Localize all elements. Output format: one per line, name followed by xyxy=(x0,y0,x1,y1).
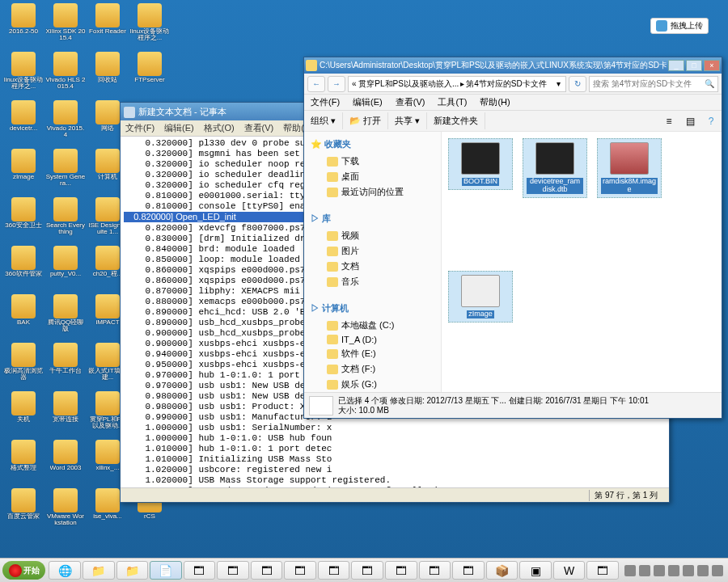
taskbar-app-browser[interactable]: 🌐 xyxy=(49,561,81,580)
tray-icon[interactable] xyxy=(683,565,694,576)
share-button[interactable]: 共享 ▾ xyxy=(388,112,427,129)
tray-icon[interactable] xyxy=(639,565,650,576)
desktop-icon[interactable]: Foxit Reader xyxy=(87,3,128,50)
sidebar-group[interactable]: ▷ 计算机 xyxy=(304,299,441,318)
desktop-icon[interactable]: devicetr... xyxy=(3,100,44,147)
sidebar-item[interactable]: IT_A (D:) xyxy=(304,333,441,346)
desktop-icon[interactable]: Vivado 2015.4 xyxy=(45,100,86,147)
file-item[interactable]: devicetree_ramdisk.dtb xyxy=(523,138,587,198)
taskbar-app-cmd[interactable]: ▣ xyxy=(519,561,552,580)
file-item[interactable]: zImage xyxy=(448,271,513,323)
desktop-icon[interactable]: 回收站 xyxy=(87,52,128,99)
forward-button[interactable]: → xyxy=(328,76,345,92)
desktop-icon[interactable]: zImage xyxy=(3,149,44,196)
desktop-icon[interactable]: 360安全卫士 xyxy=(3,197,44,244)
taskbar-app-generic[interactable]: 🗔 xyxy=(452,561,485,580)
desktop-icon[interactable]: linux设备驱动程序之... xyxy=(3,52,44,99)
breadcrumb[interactable]: « 贯穿PL和PS以及驱动嵌入... ▸ 第4节对应的SD卡文件 ▾ xyxy=(348,76,566,92)
taskbar-app-generic[interactable]: 🗔 xyxy=(586,561,619,580)
desktop-icon[interactable]: 360软件管家 xyxy=(3,246,44,293)
sidebar-group[interactable]: ▷ 库 xyxy=(304,209,441,228)
tray-icon[interactable] xyxy=(697,565,709,576)
sidebar-item[interactable]: 下载 xyxy=(304,154,441,169)
start-button[interactable]: 开始 xyxy=(2,561,45,580)
desktop-icon[interactable]: 腾讯QQ轻聊版 xyxy=(45,294,86,341)
taskbar-app-generic[interactable]: 🗔 xyxy=(419,561,451,580)
desktop-icon[interactable]: 百度云管家 xyxy=(3,488,44,535)
taskbar-app-winrar[interactable]: 📦 xyxy=(486,561,518,580)
sidebar-item[interactable]: 音乐 xyxy=(304,274,441,289)
menu-edit[interactable]: 编辑(E) xyxy=(346,95,389,110)
sidebar-group[interactable]: ⭐ 收藏夹 xyxy=(304,135,441,154)
sidebar-item[interactable]: 本地磁盘 (C:) xyxy=(304,318,441,333)
desktop-icon[interactable] xyxy=(171,52,212,99)
explorer-titlebar[interactable]: C:\Users\Administrator\Desktop\贯穿PL和PS以及… xyxy=(304,57,722,74)
menu-file[interactable]: 文件(F) xyxy=(304,95,346,110)
sidebar-item[interactable]: 最近访问的位置 xyxy=(304,184,441,200)
help-icon[interactable]: ? xyxy=(702,113,720,129)
tray-icon[interactable] xyxy=(668,565,679,576)
search-icon[interactable]: 🔍 xyxy=(705,79,714,88)
desktop-icon[interactable]: Vivado HLS 2015.4 xyxy=(45,52,86,99)
taskbar-app-word[interactable]: W xyxy=(553,561,586,580)
desktop-icon[interactable]: 宽带连接 xyxy=(45,391,86,438)
desktop-icon[interactable]: Word 2003 xyxy=(45,440,86,487)
desktop-icon[interactable]: 格式整理 xyxy=(3,440,44,487)
view-options-icon[interactable]: ≡ xyxy=(660,113,678,129)
maximize-button[interactable]: □ xyxy=(686,60,702,71)
menu-view[interactable]: 查看(V) xyxy=(389,95,432,110)
desktop-icon[interactable]: Xilinx SDK 2015.4 xyxy=(45,3,86,50)
taskbar-app-generic[interactable]: 🗔 xyxy=(351,561,383,580)
desktop-icon[interactable]: 关机 xyxy=(3,391,44,438)
desktop-icon[interactable]: 极润高清浏览器 xyxy=(3,343,44,390)
menu-view[interactable]: 查看(V) xyxy=(239,120,279,136)
menu-tools[interactable]: 工具(T) xyxy=(431,95,473,110)
tray-icon[interactable] xyxy=(654,565,665,576)
menu-file[interactable]: 文件(F) xyxy=(121,120,159,136)
sidebar-item[interactable]: 视频 xyxy=(304,228,441,243)
search-input[interactable] xyxy=(593,79,705,88)
back-button[interactable]: ← xyxy=(307,76,325,92)
open-button[interactable]: 📂 打开 xyxy=(343,112,388,129)
desktop-icon[interactable] xyxy=(171,3,212,50)
minimize-button[interactable]: _ xyxy=(668,60,684,71)
file-item[interactable]: BOOT.BIN xyxy=(448,138,513,190)
desktop-icon[interactable]: BAK xyxy=(3,294,44,341)
desktop-icon[interactable]: System Genera... xyxy=(45,149,86,196)
chevron-down-icon[interactable]: ▾ xyxy=(557,79,561,88)
close-button[interactable]: × xyxy=(704,60,720,71)
refresh-button[interactable]: ↻ xyxy=(569,76,586,92)
menu-edit[interactable]: 编辑(E) xyxy=(159,120,199,136)
sidebar-item[interactable]: 娱乐 (G:) xyxy=(304,377,441,392)
menu-help[interactable]: 帮助(H) xyxy=(473,95,516,110)
desktop-icon[interactable]: putty_V0... xyxy=(45,246,86,293)
sidebar-item[interactable]: 文档 (F:) xyxy=(304,361,441,377)
tray-icon[interactable] xyxy=(712,565,723,576)
system-tray[interactable] xyxy=(620,559,728,582)
sidebar-item[interactable]: 图片 xyxy=(304,243,441,259)
taskbar-app-explorer2[interactable]: 📁 xyxy=(116,561,149,580)
taskbar-app-explorer[interactable]: 📁 xyxy=(83,561,115,580)
sidebar-item[interactable]: 桌面 xyxy=(304,169,441,184)
taskbar-app-generic[interactable]: 🗔 xyxy=(318,561,350,580)
taskbar-app-generic[interactable]: 🗔 xyxy=(284,561,316,580)
upload-pill[interactable]: 拖拽上传 xyxy=(650,18,709,34)
taskbar-app-generic[interactable]: 🗔 xyxy=(217,561,249,580)
sidebar-item[interactable]: 软件 (E:) xyxy=(304,346,441,361)
taskbar-app-generic[interactable]: 🗔 xyxy=(184,561,216,580)
desktop-icon[interactable]: linux设备驱动程序之... xyxy=(129,3,170,50)
sidebar-item[interactable]: 文档 xyxy=(304,259,441,274)
desktop-icon[interactable]: Search Everything xyxy=(45,197,86,244)
new-folder-button[interactable]: 新建文件夹 xyxy=(427,112,485,129)
file-item[interactable]: ramdisk8M.image xyxy=(597,138,662,198)
organize-button[interactable]: 组织 ▾ xyxy=(304,112,343,129)
taskbar-app-generic[interactable]: 🗔 xyxy=(251,561,283,580)
explorer-file-pane[interactable]: BOOT.BINdevicetree_ramdisk.dtbramdisk8M.… xyxy=(442,132,722,392)
menu-format[interactable]: 格式(O) xyxy=(199,120,239,136)
preview-pane-icon[interactable]: ▤ xyxy=(681,113,699,129)
desktop-icon[interactable]: VMware Workstation xyxy=(45,488,86,535)
search-box[interactable]: 🔍 xyxy=(589,76,718,92)
taskbar-app-notepad[interactable]: 📄 xyxy=(150,561,182,580)
desktop-icon[interactable]: 千牛工作台 xyxy=(45,343,86,390)
desktop-icon[interactable]: 2016.2-50 xyxy=(3,3,44,50)
